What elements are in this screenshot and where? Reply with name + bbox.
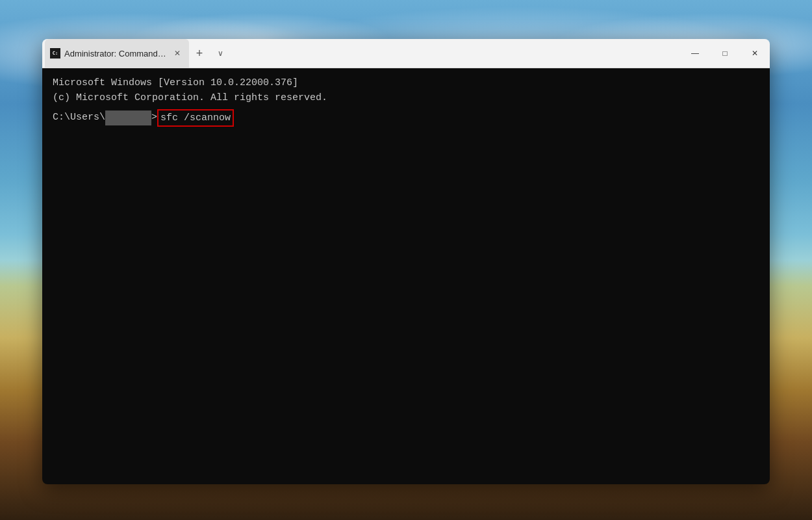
command-input[interactable]: sfc /scannow xyxy=(157,109,234,127)
close-button[interactable]: ✕ xyxy=(740,39,770,68)
tab-label: Administrator: Command Promp xyxy=(64,49,168,58)
terminal-line-2: (c) Microsoft Corporation. All rights re… xyxy=(53,91,759,106)
prompt-line: C:\Users\███████>sfc /scannow xyxy=(53,109,759,127)
cmd-icon xyxy=(50,48,60,58)
active-tab[interactable]: Administrator: Command Promp ✕ xyxy=(45,39,189,68)
tab-close-button[interactable]: ✕ xyxy=(172,48,183,58)
tab-dropdown-button[interactable]: ∨ xyxy=(210,43,231,64)
terminal-line-1: Microsoft Windows [Version 10.0.22000.37… xyxy=(53,76,759,91)
terminal-body[interactable]: Microsoft Windows [Version 10.0.22000.37… xyxy=(42,68,770,484)
desktop: Administrator: Command Promp ✕ + ∨ — □ ✕… xyxy=(0,0,812,520)
minimize-button[interactable]: — xyxy=(680,39,710,68)
titlebar: Administrator: Command Promp ✕ + ∨ — □ ✕ xyxy=(42,39,770,68)
prompt-prefix: C:\Users\ xyxy=(53,110,105,125)
username-redacted: ███████ xyxy=(105,110,151,125)
maximize-button[interactable]: □ xyxy=(710,39,740,68)
new-tab-button[interactable]: + xyxy=(189,43,210,64)
tab-area: Administrator: Command Promp ✕ + ∨ xyxy=(42,39,680,68)
prompt-suffix: > xyxy=(151,110,157,125)
terminal-window: Administrator: Command Promp ✕ + ∨ — □ ✕… xyxy=(42,39,770,484)
window-controls: — □ ✕ xyxy=(680,39,770,68)
